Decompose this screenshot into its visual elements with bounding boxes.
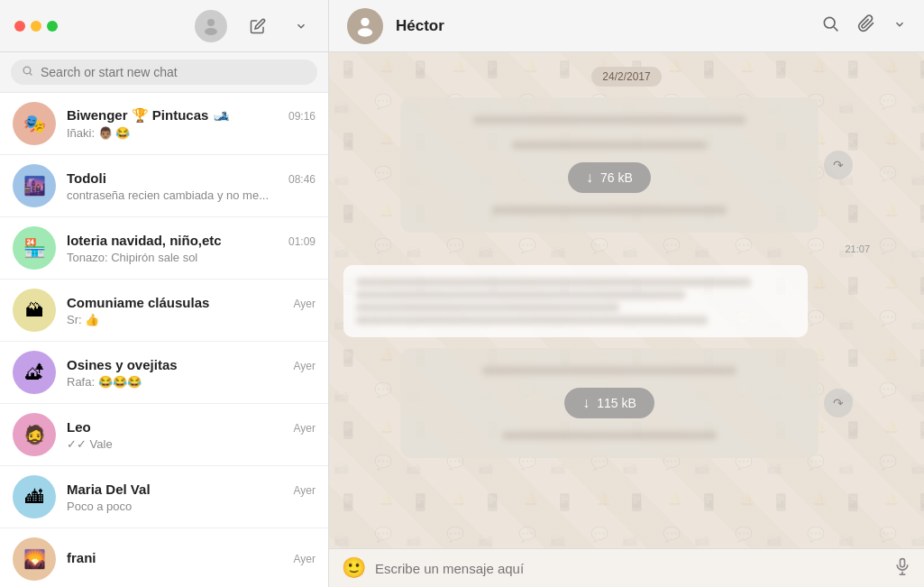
chat-header: Osines y ovejitas Ayer — [67, 357, 316, 372]
search-bar — [0, 52, 328, 93]
search-input-wrap[interactable] — [11, 60, 317, 85]
titlebar-action-icons — [821, 14, 906, 37]
microphone-button[interactable] — [893, 557, 911, 580]
attach-icon[interactable] — [857, 14, 875, 37]
chat-list-item[interactable]: 🧔 Leo Ayer ✓✓ Vale — [0, 404, 328, 466]
svg-point-6 — [23, 67, 31, 74]
chat-time: Ayer — [294, 360, 316, 372]
contact-avatar[interactable] — [347, 8, 383, 44]
titlebar-right: Héctor — [329, 0, 924, 51]
chat-info: Osines y ovejitas Ayer Rafa: 😂😂😂 — [67, 357, 316, 389]
download-button-2[interactable]: ↓ 115 kB — [564, 388, 654, 418]
profile-avatar[interactable] — [195, 10, 227, 42]
chevron-menu-icon[interactable] — [893, 16, 906, 35]
chevron-down-icon[interactable] — [288, 14, 314, 39]
svg-line-7 — [30, 73, 32, 75]
chat-list-item[interactable]: 🏙 Maria Del Val Ayer Poco a poco — [0, 466, 328, 528]
chat-avatar: 🌆 — [13, 164, 56, 207]
download-button-1[interactable]: ↓ 76 kB — [568, 162, 651, 193]
svg-point-0 — [207, 19, 215, 26]
chat-name: Maria Del Val — [67, 482, 151, 497]
chat-preview: ✓✓ Vale — [67, 437, 316, 451]
forward-button-2[interactable]: ↷ — [824, 389, 853, 417]
chat-info: Maria Del Val Ayer Poco a poco — [67, 482, 316, 513]
chat-preview: Poco a poco — [67, 500, 316, 513]
chat-area: 📱 💬 📷 🔔 24/2/2017 ↓ — [329, 52, 924, 587]
chat-header: Biwenger 🏆 Pintucas 🎿 09:16 — [67, 107, 316, 124]
chat-name: loteria navidad, niño,etc — [67, 233, 222, 248]
chat-info: Leo Ayer ✓✓ Vale — [67, 419, 316, 451]
chat-list: 🎭 Biwenger 🏆 Pintucas 🎿 09:16 Iñaki: 👨🏽 … — [0, 93, 328, 587]
chat-preview: Iñaki: 👨🏽 😂 — [67, 126, 316, 140]
titlebar-left — [0, 0, 329, 51]
minimize-button[interactable] — [31, 21, 41, 32]
chat-avatar: 🏪 — [13, 226, 56, 270]
chat-messages: 24/2/2017 ↓ 76 kB ↷ 21:07 — [329, 52, 924, 548]
chat-preview: Rafa: 😂😂😂 — [67, 375, 316, 389]
chat-header: Todoli 08:46 — [67, 170, 316, 186]
sidebar: 🎭 Biwenger 🏆 Pintucas 🎿 09:16 Iñaki: 👨🏽 … — [0, 52, 329, 587]
chat-info: frani Ayer — [67, 550, 316, 568]
svg-line-5 — [834, 27, 838, 32]
chat-time: 01:09 — [288, 235, 316, 248]
svg-point-3 — [358, 28, 372, 36]
chat-list-item[interactable]: 🏕 Osines y ovejitas Ayer Rafa: 😂😂😂 — [0, 342, 328, 404]
chat-list-item[interactable]: 🌄 frani Ayer — [0, 528, 328, 587]
svg-point-4 — [824, 17, 835, 28]
chat-header: Comuniame cláusulas Ayer — [67, 295, 316, 310]
chat-list-item[interactable]: 🎭 Biwenger 🏆 Pintucas 🎿 09:16 Iñaki: 👨🏽 … — [0, 93, 328, 155]
chat-avatar: 🧔 — [13, 413, 56, 456]
file-size-2: 115 kB — [597, 396, 636, 410]
file-download-2: ↓ 115 kB ↷ — [400, 348, 853, 458]
message-time-1: 21:07 — [845, 243, 870, 254]
chat-time: Ayer — [294, 553, 316, 565]
chat-avatar: 🏙 — [13, 475, 56, 518]
chat-name: Todoli — [67, 170, 106, 186]
chat-input-bar: 🙂 — [329, 548, 924, 587]
titlebar: Héctor — [0, 0, 924, 52]
search-icon[interactable] — [821, 14, 839, 37]
chat-preview: contraseña recien cambiada y no me... — [67, 188, 316, 202]
emoji-button[interactable]: 🙂 — [342, 556, 366, 580]
chat-header: frani Ayer — [67, 550, 316, 565]
chat-list-item[interactable]: 🌆 Todoli 08:46 contraseña recien cambiad… — [0, 155, 328, 217]
chat-name: Comuniame cláusulas — [67, 295, 209, 310]
titlebar-left-icons — [245, 14, 314, 39]
chat-time: 09:16 — [288, 110, 316, 123]
msg-blurred-group — [343, 265, 808, 337]
chat-preview: Sr: 👍 — [67, 313, 316, 326]
chat-time: Ayer — [294, 422, 316, 435]
chat-header: Maria Del Val Ayer — [67, 482, 316, 497]
chat-info: Biwenger 🏆 Pintucas 🎿 09:16 Iñaki: 👨🏽 😂 — [67, 107, 316, 140]
chat-info: loteria navidad, niño,etc 01:09 Tonazo: … — [67, 233, 316, 264]
close-button[interactable] — [14, 21, 25, 32]
file-size-1: 76 kB — [600, 170, 633, 185]
chat-avatar: 🏔 — [13, 289, 56, 332]
chat-time: Ayer — [294, 484, 316, 497]
chat-name: Leo — [67, 419, 91, 435]
file-download-1: ↓ 76 kB ↷ — [400, 97, 853, 233]
message-input[interactable] — [375, 561, 884, 576]
compose-button[interactable] — [245, 14, 270, 39]
download-arrow-icon: ↓ — [586, 170, 593, 186]
chat-header: Leo Ayer — [67, 419, 316, 435]
search-icon — [22, 65, 33, 79]
chat-name: frani — [67, 550, 96, 565]
chat-info: Comuniame cláusulas Ayer Sr: 👍 — [67, 295, 316, 326]
chat-list-item[interactable]: 🏪 loteria navidad, niño,etc 01:09 Tonazo… — [0, 217, 328, 280]
svg-rect-13 — [901, 558, 905, 566]
download-arrow-icon-2: ↓ — [582, 395, 590, 411]
contact-name: Héctor — [396, 17, 809, 35]
forward-button-1[interactable]: ↷ — [824, 151, 853, 179]
chat-list-item[interactable]: 🏔 Comuniame cláusulas Ayer Sr: 👍 — [0, 280, 328, 342]
svg-point-2 — [361, 17, 369, 25]
chat-avatar: 🎭 — [13, 102, 56, 145]
svg-point-1 — [205, 28, 217, 35]
search-input[interactable] — [41, 65, 306, 79]
maximize-button[interactable] — [47, 21, 58, 32]
date-badge: 24/2/2017 — [591, 67, 661, 87]
chat-name: Biwenger 🏆 Pintucas 🎿 — [67, 107, 230, 124]
chat-time: Ayer — [294, 298, 316, 310]
main-container: 🎭 Biwenger 🏆 Pintucas 🎿 09:16 Iñaki: 👨🏽 … — [0, 52, 924, 587]
traffic-lights — [14, 21, 58, 32]
